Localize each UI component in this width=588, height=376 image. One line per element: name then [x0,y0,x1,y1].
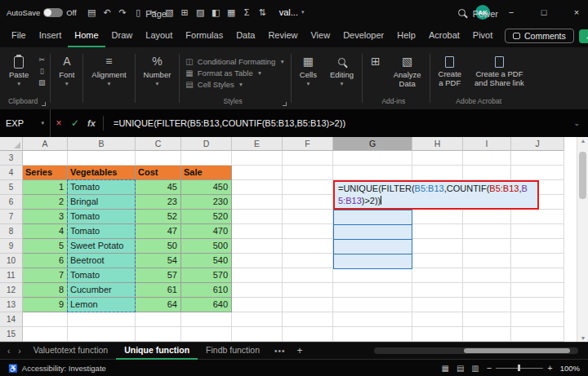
cell-B3[interactable] [68,151,136,166]
cell-G15[interactable] [333,327,412,342]
cell-I14[interactable] [463,312,511,327]
menu-tab-home[interactable]: Home [68,24,105,47]
sheet-more-button[interactable]: ••• [268,347,292,356]
menu-tab-help[interactable]: Help [390,24,422,47]
cell-C12[interactable]: 61 [136,283,181,298]
cell-J4[interactable] [511,166,564,180]
format-as-table-button[interactable]: ▦ Format as Table ▼ [185,69,284,77]
cell-I3[interactable] [463,151,511,166]
cell-J10[interactable] [511,254,564,268]
cell-D13[interactable]: 640 [181,298,232,312]
cell-D12[interactable]: 610 [181,283,232,298]
cell-C13[interactable]: 64 [136,298,181,312]
cell-D4[interactable]: Sale [181,166,232,180]
cell-F7[interactable] [283,210,333,224]
cell-J15[interactable] [511,327,564,342]
cell-C10[interactable]: 54 [136,254,181,268]
menu-tab-data[interactable]: Data [229,24,261,47]
font-button[interactable]: A Font ▼ [53,53,80,88]
clipboard-dialog-launcher[interactable] [42,102,46,106]
cell-C15[interactable] [136,327,181,342]
cell-D11[interactable]: 570 [181,268,232,283]
cell-B11[interactable]: Tomato [68,268,136,283]
cell-G4[interactable] [333,166,412,180]
cell-B14[interactable] [68,312,136,327]
cell-A9[interactable]: 5 [23,239,68,254]
cell-G11[interactable] [333,268,412,283]
cell-G14[interactable] [333,312,412,327]
page-layout-view-icon[interactable]: ▤ [457,364,464,373]
cell-H4[interactable] [412,166,463,180]
addins-button[interactable]: ⊞ [365,53,386,70]
cell-A13[interactable]: 9 [23,298,68,312]
cell-C11[interactable]: 57 [136,268,181,283]
row-header-8[interactable]: 8 [0,224,23,239]
comments-button[interactable]: Comments [505,29,574,43]
cell-I15[interactable] [463,327,511,342]
menu-tab-draw[interactable]: Draw [105,24,140,47]
row-header-15[interactable]: 15 [0,327,23,342]
cell-C7[interactable]: 52 [136,210,181,224]
cell-I13[interactable] [463,298,511,312]
cell-D5[interactable]: 450 [181,180,232,195]
vertical-scrollbar[interactable]: ▲ ▼ [577,137,588,342]
menu-tab-acrobat[interactable]: Acrobat [422,24,466,47]
cell-A6[interactable]: 2 [23,195,68,210]
cell-F8[interactable] [283,224,333,239]
cell-A14[interactable] [23,312,68,327]
column-header-J[interactable]: J [511,137,564,151]
cell-B8[interactable]: Tomato [68,224,136,239]
cell-F14[interactable] [283,312,333,327]
cell-E8[interactable] [232,224,283,239]
cell-C5[interactable]: 45 [136,180,181,195]
cell-C4[interactable]: Cost [136,166,181,180]
cell-A8[interactable]: 4 [23,224,68,239]
workbook-name[interactable]: val... ▾ [279,7,305,17]
cell-C6[interactable]: 23 [136,195,181,210]
menu-tab-power-pivot[interactable]: Power Pivot [466,3,505,47]
row-header-6[interactable]: 6 [0,195,23,210]
formula-bar-expand-icon[interactable]: ⌄ [573,119,588,127]
cell-E10[interactable] [232,254,283,268]
cell-E13[interactable] [232,298,283,312]
editing-button[interactable]: Editing ▼ [324,53,359,88]
normal-view-icon[interactable]: ▦ [441,364,448,373]
autosave-toggle[interactable]: AutoSave Off [7,8,77,17]
cell-H10[interactable] [412,254,463,268]
enter-icon[interactable]: ✓ [67,117,83,129]
column-header-A[interactable]: A [23,137,68,151]
zoom-level[interactable]: 100% [560,364,580,373]
cell-E14[interactable] [232,312,283,327]
cell-G12[interactable] [333,283,412,298]
cell-F3[interactable] [283,151,333,166]
paste-button[interactable]: Paste ▼ [3,53,34,88]
cell-A7[interactable]: 3 [23,210,68,224]
horizontal-scrollbar-thumb[interactable] [464,348,570,353]
cell-D14[interactable] [181,312,232,327]
cell-H9[interactable] [412,239,463,254]
sheet-nav-left-icon[interactable]: ‹ [3,347,14,356]
cell-H12[interactable] [412,283,463,298]
cell-edit-formula-box[interactable]: =UNIQUE(FILTER(B5:B13,COUNTIF(B5:B13,B5:… [333,180,539,210]
cell-D3[interactable] [181,151,232,166]
save-icon[interactable]: ▤ [85,7,99,18]
zoom-slider-knob[interactable] [518,365,520,371]
insert-function-icon[interactable]: fx [83,118,100,128]
table-icon[interactable]: ⊞ [178,7,192,18]
cell-G13[interactable] [333,298,412,312]
copy-icon[interactable]: ▯ [36,67,47,75]
conditional-formatting-button[interactable]: ◫ Conditional Formatting ▼ [185,57,284,66]
add-sheet-button[interactable]: + [292,345,308,356]
menu-tab-formulas[interactable]: Formulas [179,24,229,47]
cell-F10[interactable] [283,254,333,268]
cell-G3[interactable] [333,151,412,166]
cell-E9[interactable] [232,239,283,254]
cells-button[interactable]: ▦ Cells ▼ [294,53,323,88]
sheet-nav-right-icon[interactable]: › [14,347,24,356]
restore-button[interactable]: □ [532,0,555,24]
cell-C3[interactable] [136,151,181,166]
cell-D15[interactable] [181,327,232,342]
cell-J8[interactable] [511,224,564,239]
sheet-tab-findb-function[interactable]: Findb function [198,343,268,360]
cell-J14[interactable] [511,312,564,327]
